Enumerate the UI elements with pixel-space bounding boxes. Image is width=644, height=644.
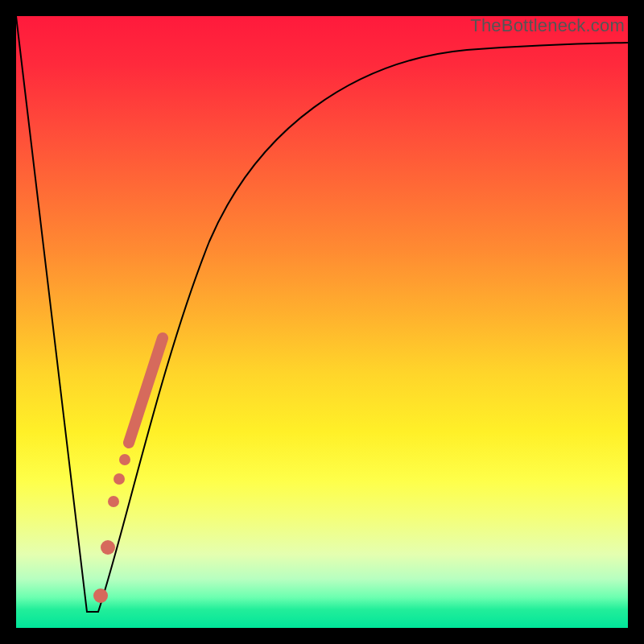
plot-area: TheBottleneck.com xyxy=(16,16,628,628)
v-curve-line xyxy=(16,16,628,612)
highlight-dot xyxy=(119,454,130,465)
highlight-dot xyxy=(114,473,125,485)
highlight-dot xyxy=(93,588,108,603)
highlight-dot xyxy=(108,496,119,507)
chart-frame: TheBottleneck.com xyxy=(0,0,644,644)
chart-svg xyxy=(16,16,628,628)
highlight-dot xyxy=(101,540,115,555)
highlight-segment xyxy=(129,338,163,443)
